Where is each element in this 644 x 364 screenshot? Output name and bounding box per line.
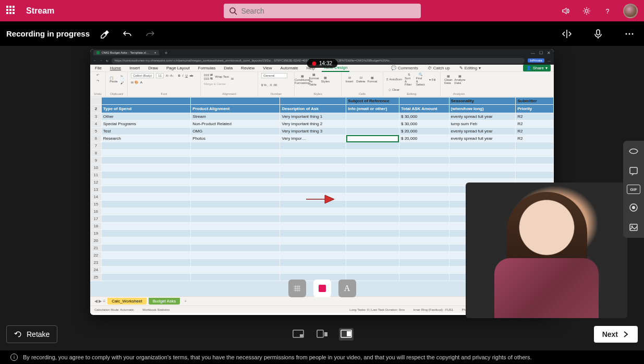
more-icon[interactable] xyxy=(621,26,638,42)
insert-cells-icon[interactable]: ⊞Insert xyxy=(345,73,354,86)
svg-text:?: ? xyxy=(605,7,609,15)
menu-file[interactable]: File xyxy=(93,65,103,71)
redo-icon[interactable] xyxy=(142,26,159,42)
view-mode-switch xyxy=(291,328,354,341)
search-input[interactable] xyxy=(241,7,416,15)
info-icon: i xyxy=(10,354,18,361)
svg-point-5 xyxy=(626,33,627,34)
svg-point-10 xyxy=(632,206,635,209)
browser-titlebar: OMG Budget Asks - Template.xl…× + —☐✕ xyxy=(90,49,554,56)
svg-rect-4 xyxy=(597,30,600,35)
browser-tab[interactable]: OMG Budget Asks - Template.xl…× xyxy=(93,50,159,55)
record-dot-icon xyxy=(312,62,316,66)
svg-point-7 xyxy=(632,33,634,34)
stop-recording-button[interactable] xyxy=(313,280,331,297)
svg-point-6 xyxy=(629,33,630,34)
clean-data-icon[interactable]: ▦Clean Data xyxy=(444,73,453,86)
find-icon[interactable]: 🔍Find & Select xyxy=(416,73,425,86)
blur-icon[interactable] xyxy=(627,201,640,214)
text-button[interactable]: A xyxy=(338,280,356,297)
undo-icon[interactable] xyxy=(119,26,136,42)
share-button[interactable]: 👤 Share ▾ xyxy=(523,65,551,71)
delete-cells-icon[interactable]: ⊟Delete xyxy=(356,73,366,86)
styles-icon[interactable]: ▦Styles xyxy=(321,73,330,86)
recording-status: Recording in progress xyxy=(6,29,90,38)
menu-pagelayout[interactable]: Page Layout xyxy=(165,65,191,71)
analyze-icon[interactable]: ▦Analyze Data xyxy=(455,73,465,86)
recording-controls: A xyxy=(288,280,356,297)
view-pip-icon[interactable] xyxy=(315,328,330,341)
stop-icon xyxy=(319,285,326,292)
menu-view[interactable]: View xyxy=(261,65,273,71)
catchup-button[interactable]: ⏱ Catch up xyxy=(426,65,452,71)
menu-automate[interactable]: Automate xyxy=(279,65,300,71)
effects-toolbar: GIF xyxy=(623,141,644,238)
app-header: Stream ? xyxy=(0,0,644,21)
recording-stage: OMG Budget Asks - Template.xl…× + —☐✕ ←→… xyxy=(0,46,644,318)
disclaimer-text: By recording, you agree to comply with y… xyxy=(23,354,531,360)
menu-draw[interactable]: Draw xyxy=(147,65,160,71)
effects-button[interactable] xyxy=(288,280,306,297)
cond-format-icon[interactable]: ▦Conditional Formatting xyxy=(298,73,307,86)
app-launcher-icon[interactable] xyxy=(6,6,17,16)
app-name: Stream xyxy=(26,6,54,16)
retake-icon xyxy=(14,330,22,338)
table-row: 4Special ProgramsNon-Product RelatedVery… xyxy=(91,120,554,128)
next-button[interactable]: Next xyxy=(594,326,638,343)
format-cells-icon[interactable]: ▦Format xyxy=(368,73,377,86)
profile-badge[interactable]: InPrivate xyxy=(528,58,544,63)
format-table-icon[interactable]: ▦Format As Table xyxy=(309,73,319,86)
disclaimer-footer: i By recording, you agree to comply with… xyxy=(0,350,644,364)
paste-icon[interactable]: 📋Paste xyxy=(109,73,118,86)
svg-point-12 xyxy=(631,226,633,227)
table-row: 5TestOMGVery important thing 3$ 20,000ev… xyxy=(91,128,554,135)
svg-rect-18 xyxy=(347,331,351,336)
webcam-overlay[interactable] xyxy=(466,183,627,318)
megaphone-icon[interactable] xyxy=(561,6,571,16)
filter-icon[interactable] xyxy=(627,145,640,157)
svg-rect-16 xyxy=(324,332,327,336)
recording-toolbar: Recording in progress xyxy=(0,21,644,46)
sort-icon[interactable]: ⇅Sort & Filter xyxy=(404,73,414,86)
help-icon[interactable]: ? xyxy=(602,6,613,16)
window-controls[interactable]: —☐✕ xyxy=(531,51,551,55)
svg-line-1 xyxy=(235,13,237,15)
svg-rect-8 xyxy=(630,167,637,174)
user-avatar[interactable] xyxy=(623,4,638,18)
menu-insert[interactable]: Insert xyxy=(128,65,141,71)
browser-tab-title: OMG Budget Asks - Template.xl… xyxy=(102,51,149,54)
bottom-bar: Retake Next xyxy=(0,318,644,350)
sheet-tab-calc[interactable]: Calc_Worksheet xyxy=(107,298,147,305)
menu-review[interactable]: Review xyxy=(239,65,256,71)
sheet-tab-budget[interactable]: Budget Asks xyxy=(149,298,180,305)
menu-home[interactable]: Home xyxy=(108,65,123,71)
menu-formulas[interactable]: Formulas xyxy=(197,65,217,71)
mic-icon[interactable] xyxy=(590,26,606,42)
svg-point-0 xyxy=(230,8,235,13)
selected-cell xyxy=(346,135,399,142)
note-icon[interactable] xyxy=(627,165,640,177)
comments-button[interactable]: 💬 Comments xyxy=(389,65,420,71)
settings-icon[interactable] xyxy=(581,6,592,16)
retake-button[interactable]: Retake xyxy=(6,325,57,343)
excel-favicon-icon xyxy=(96,51,100,54)
table-row: 6ResearchPhotosVery impor…$ 20,000evenly… xyxy=(91,135,554,142)
table-row: 3OtherStreamVery important thing 1$ 30,0… xyxy=(91,113,554,120)
image-icon[interactable] xyxy=(627,221,640,234)
excel-ribbon: ↶↷Undo 📋Paste✂📄🖌Clipboard Calibri (Body)… xyxy=(90,72,554,97)
recording-timer: 14:32 xyxy=(307,59,337,68)
menu-data[interactable]: Data xyxy=(222,65,234,71)
eraser-icon[interactable] xyxy=(96,26,113,42)
mirror-icon[interactable] xyxy=(558,26,575,42)
search-box[interactable] xyxy=(224,4,421,18)
view-screen-icon[interactable] xyxy=(291,328,306,341)
editing-button[interactable]: ✎ Editing ▾ xyxy=(457,65,483,71)
chevron-right-icon xyxy=(622,331,629,338)
gif-icon[interactable]: GIF xyxy=(627,185,640,194)
svg-rect-15 xyxy=(317,330,323,337)
svg-rect-14 xyxy=(300,334,303,337)
view-split-icon[interactable] xyxy=(339,328,354,341)
svg-point-2 xyxy=(585,9,588,12)
search-icon xyxy=(229,7,237,15)
